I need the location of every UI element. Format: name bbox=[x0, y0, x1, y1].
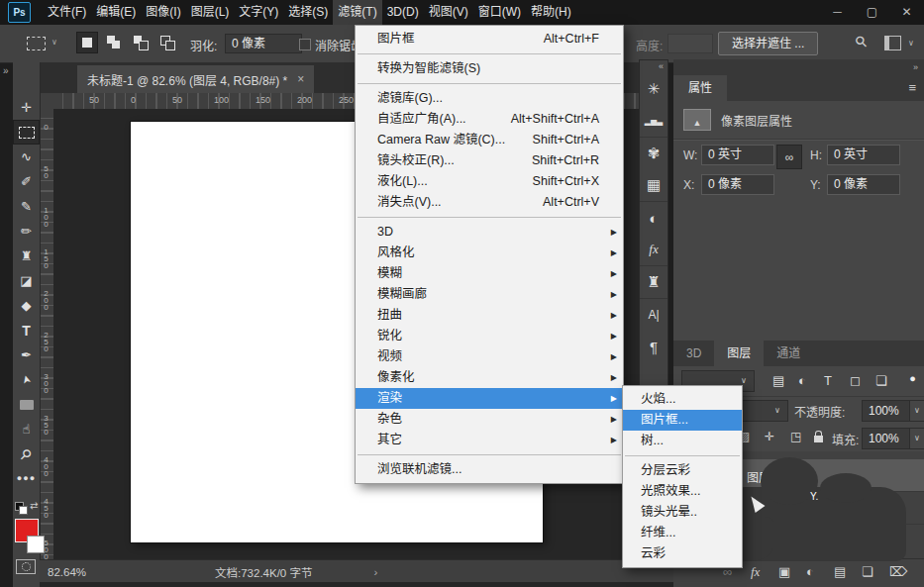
direct-selection-tool[interactable]: ➤ bbox=[13, 367, 40, 392]
menu-item-stylize[interactable]: 风格化 ▶ bbox=[356, 243, 623, 263]
feather-input[interactable]: 0 像素 bbox=[225, 34, 302, 53]
character-panel-icon[interactable]: A| bbox=[640, 298, 667, 331]
swap-colors-icon[interactable]: ⇄ bbox=[30, 500, 38, 511]
menu-item-3d[interactable]: 3D ▶ bbox=[356, 222, 623, 243]
lock-move-icon[interactable]: ✛ bbox=[765, 430, 774, 443]
layer-style-icon[interactable]: fx bbox=[751, 564, 760, 580]
y-field[interactable]: 0 像素 bbox=[827, 174, 900, 195]
tool-preset-icon[interactable] bbox=[27, 37, 46, 50]
adjustment-layer-icon[interactable]: ◐ bbox=[806, 564, 814, 579]
height-input[interactable] bbox=[667, 34, 713, 53]
menu-item-video[interactable]: 视频 ▶ bbox=[356, 346, 623, 367]
submenu-item-lens-flare[interactable]: 镜头光晕.. bbox=[623, 502, 742, 523]
menu-item-camera-raw[interactable]: Camera Raw 滤镜(C)... Shift+Ctrl+A bbox=[356, 130, 623, 150]
menu-item-render[interactable]: 渲染 ▶ bbox=[356, 388, 623, 409]
move-tool[interactable]: ✛ bbox=[13, 95, 40, 120]
more-tools-button[interactable]: ●●● bbox=[13, 466, 40, 491]
info-panel-icon[interactable]: ▦ bbox=[640, 169, 667, 201]
menu-item-filter-gallery[interactable]: 滤镜库(G)... bbox=[356, 88, 623, 109]
opacity-caret-icon[interactable]: ∨ bbox=[909, 400, 924, 422]
submenu-item-picture-frame[interactable]: 图片框... bbox=[623, 410, 742, 431]
menu-item-blur[interactable]: 模糊 ▶ bbox=[356, 263, 623, 284]
fill-field[interactable]: 100% bbox=[862, 428, 913, 449]
menubar-item-edit[interactable]: 编辑(E) bbox=[91, 0, 141, 25]
menubar-item-layer[interactable]: 图层(L) bbox=[186, 0, 235, 25]
toolbar-collapse-icon[interactable]: » bbox=[3, 65, 9, 76]
background-color-swatch[interactable] bbox=[27, 536, 45, 553]
submenu-item-fibers[interactable]: 纤维... bbox=[623, 523, 742, 543]
new-layer-icon[interactable]: ❏ bbox=[862, 564, 873, 579]
width-field[interactable]: 0 英寸 bbox=[701, 145, 774, 165]
opacity-field[interactable]: 100% bbox=[862, 400, 913, 422]
intersect-selection-button[interactable] bbox=[156, 32, 178, 53]
filter-adjustment-icon[interactable]: ◐ bbox=[798, 373, 806, 388]
x-field[interactable]: 0 像素 bbox=[701, 174, 774, 195]
filter-image-icon[interactable]: ▤ bbox=[772, 373, 784, 388]
menu-item-lens-correction[interactable]: 镜头校正(R)... Shift+Ctrl+R bbox=[356, 150, 623, 171]
brush-settings-icon[interactable]: ✳ bbox=[640, 73, 667, 105]
menubar-item-type[interactable]: 文字(Y) bbox=[234, 0, 283, 25]
zoom-tool[interactable]: ⚲ bbox=[13, 441, 40, 466]
menu-item-adaptive-wide-angle[interactable]: 自适应广角(A)... Alt+Shift+Ctrl+A bbox=[356, 109, 623, 130]
menu-item-pixelate[interactable]: 像素化 ▶ bbox=[356, 367, 623, 388]
tool-preset-caret-icon[interactable]: ∨ bbox=[51, 38, 57, 47]
menu-item-sharpen[interactable]: 锐化 ▶ bbox=[356, 326, 623, 346]
menu-item-distort[interactable]: 扭曲 ▶ bbox=[356, 305, 623, 326]
menubar-item-filter[interactable]: 滤镜(T) bbox=[333, 0, 381, 25]
adjustments-panel-icon[interactable]: ◐ bbox=[640, 201, 667, 234]
rectangle-tool[interactable] bbox=[13, 392, 40, 417]
add-to-selection-button[interactable] bbox=[103, 32, 125, 53]
lasso-tool[interactable]: ∿ bbox=[13, 145, 40, 169]
menubar-item-window[interactable]: 窗口(W) bbox=[473, 0, 526, 25]
workspace-caret-icon[interactable]: ∨ bbox=[908, 39, 914, 48]
paragraph-panel-icon[interactable]: ¶ bbox=[640, 331, 667, 362]
filter-smart-object-icon[interactable]: ❏ bbox=[875, 373, 887, 388]
delete-layer-icon[interactable]: ⌦ bbox=[889, 564, 907, 579]
layer-group-icon[interactable]: ▤ bbox=[834, 564, 846, 579]
pen-tool[interactable]: ✒ bbox=[13, 342, 40, 367]
tab-properties[interactable]: 属性 bbox=[673, 75, 727, 101]
select-and-mask-button[interactable]: 选择并遮住 ... bbox=[718, 32, 818, 55]
styles-panel-icon[interactable]: fx bbox=[640, 234, 667, 265]
filter-shape-icon[interactable]: ◻ bbox=[850, 373, 861, 388]
layer-mask-icon[interactable]: ▣ bbox=[778, 564, 790, 579]
status-chevron-icon[interactable]: › bbox=[373, 566, 377, 578]
paint-bucket-tool[interactable]: ◆ bbox=[13, 293, 40, 318]
menubar-item-view[interactable]: 视图(V) bbox=[424, 0, 473, 25]
submenu-item-tree[interactable]: 树... bbox=[623, 431, 742, 451]
zoom-level[interactable]: 82.64% bbox=[48, 566, 86, 578]
height-field[interactable]: 0 英寸 bbox=[827, 145, 900, 165]
submenu-item-difference-clouds[interactable]: 分层云彩 bbox=[623, 460, 742, 481]
menubar-item-3d[interactable]: 3D(D) bbox=[382, 0, 424, 25]
layers-tab-channels[interactable]: 通道 bbox=[764, 341, 813, 366]
layers-tab-layers[interactable]: 图层 bbox=[714, 341, 764, 366]
panel-menu-icon[interactable]: ≡ bbox=[908, 80, 916, 95]
menu-item-other[interactable]: 其它 ▶ bbox=[356, 430, 623, 450]
menu-item-liquify[interactable]: 液化(L)... Shift+Ctrl+X bbox=[356, 171, 623, 192]
tab-close-icon[interactable]: × bbox=[297, 72, 304, 86]
menubar-item-file[interactable]: 文件(F) bbox=[43, 0, 91, 25]
filter-type-icon[interactable]: T bbox=[824, 373, 832, 388]
new-selection-button[interactable] bbox=[76, 32, 98, 53]
layers-tab-3d[interactable]: 3D bbox=[673, 341, 714, 366]
clone-source-panel-icon[interactable]: ♜ bbox=[640, 265, 667, 298]
lock-all-icon[interactable] bbox=[814, 436, 823, 442]
subtract-from-selection-button[interactable] bbox=[130, 32, 152, 53]
magic-eraser-tool[interactable]: ◪ bbox=[13, 268, 40, 293]
quick-mask-button[interactable] bbox=[16, 559, 36, 574]
menu-item-smart-filter[interactable]: 转换为智能滤镜(S) bbox=[356, 58, 623, 79]
collapse-panels-icon[interactable]: » bbox=[673, 59, 924, 75]
menu-item-vanishing-point[interactable]: 消失点(V)... Alt+Ctrl+V bbox=[356, 192, 623, 213]
workspace-icon[interactable] bbox=[884, 36, 901, 50]
rectangular-marquee-tool[interactable] bbox=[13, 120, 40, 145]
fill-caret-icon[interactable]: ∨ bbox=[909, 428, 924, 449]
submenu-item-flame[interactable]: 火焰... bbox=[623, 389, 742, 410]
lock-artboard-icon[interactable]: ◳ bbox=[790, 430, 801, 443]
minimize-button[interactable]: ─ bbox=[820, 0, 855, 25]
type-tool[interactable]: T bbox=[13, 318, 40, 342]
menu-item-noise[interactable]: 杂色 ▶ bbox=[356, 409, 623, 430]
antialias-checkbox[interactable] bbox=[299, 39, 311, 50]
submenu-item-clouds[interactable]: 云彩 bbox=[623, 543, 742, 564]
menu-item-browse-filters-online[interactable]: 浏览联机滤镜... bbox=[356, 459, 623, 480]
filter-pin-icon[interactable]: ● bbox=[909, 372, 916, 384]
